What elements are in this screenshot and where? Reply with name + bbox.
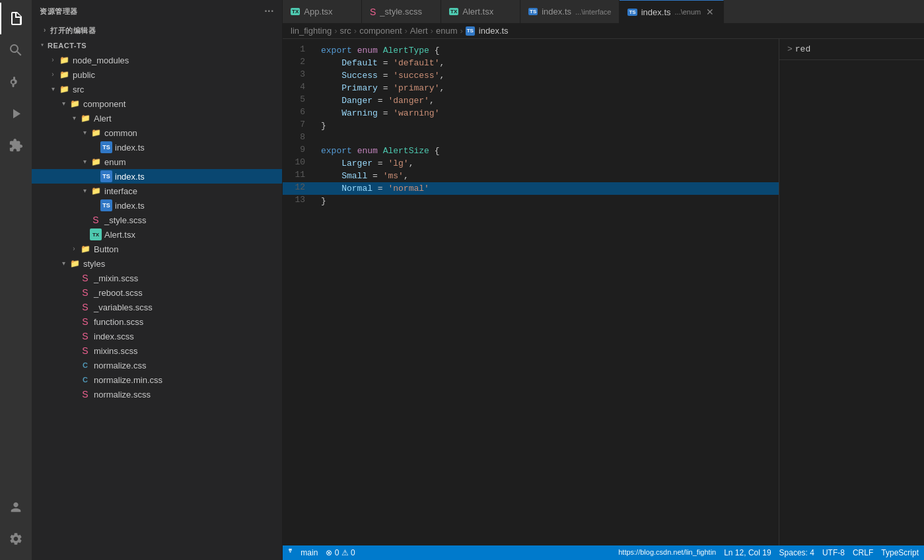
sidebar-header: 资源管理器 ··· (32, 0, 282, 22)
line-content-13: } (316, 195, 779, 207)
sidebar-item-alert[interactable]: 📁 Alert (32, 111, 282, 125)
line-content-7: } (316, 120, 779, 132)
scss-icon-mixin: S (79, 272, 91, 284)
line-num-9: 9 (283, 145, 316, 157)
sidebar-item-common-index[interactable]: TS index.ts (32, 140, 282, 155)
tab-close-enum[interactable]: ✕ (705, 7, 715, 17)
opened-editors-section[interactable]: 打开的编辑器 (32, 22, 282, 38)
debug-icon[interactable] (0, 98, 32, 129)
breadcrumb-sep-0: › (334, 26, 337, 36)
status-line-ending[interactable]: CRLF (853, 548, 873, 557)
label-common-index: index.ts (115, 143, 282, 153)
sidebar-item-public[interactable]: 📁 public (32, 67, 282, 82)
chevron-component (58, 98, 69, 109)
status-git-branch[interactable]: main (288, 548, 318, 558)
sidebar-item-interface-index[interactable]: TS index.ts (32, 198, 282, 213)
sidebar-item-src[interactable]: 📁 src (32, 82, 282, 96)
label-alert-tsx: Alert.tsx (104, 230, 282, 240)
tab-style-scss[interactable]: S _style.scss (362, 0, 441, 23)
tab-subtitle-enum: ...\enum (675, 8, 701, 16)
source-control-icon[interactable] (0, 66, 32, 98)
status-language[interactable]: TypeScript (881, 548, 919, 557)
accounts-icon[interactable] (0, 491, 32, 523)
breadcrumb-item-1[interactable]: src (340, 26, 351, 36)
scss-icon-style: S (90, 214, 102, 226)
sidebar-item-node_modules[interactable]: 📁 node_modules (32, 53, 282, 67)
status-position[interactable]: Ln 12, Col 19 (724, 548, 771, 557)
sidebar-item-alert-tsx[interactable]: TX Alert.tsx (32, 227, 282, 242)
css-icon-normalize: C (79, 359, 91, 371)
tab-label-enum: index.ts (641, 7, 671, 17)
tab-label-alert: Alert.tsx (462, 7, 493, 17)
breadcrumb-item-3[interactable]: Alert (410, 26, 428, 36)
status-errors[interactable]: ⊗ 0 ⚠ 0 (326, 548, 355, 557)
line-num-13: 13 (283, 195, 316, 207)
sidebar-item-normalize-min-css[interactable]: C normalize.min.css (32, 372, 282, 387)
code-line-1: 1 export enum AlertType { (283, 44, 779, 57)
sidebar-item-style-scss[interactable]: S _style.scss (32, 213, 282, 227)
sidebar-item-index-scss[interactable]: S index.scss (32, 329, 282, 343)
code-line-11: 11 Small = 'ms', (283, 170, 779, 182)
sidebar-item-enum[interactable]: 📁 enum (32, 155, 282, 169)
sidebar-item-styles[interactable]: 📁 styles (32, 256, 282, 271)
sidebar-item-normalize-css[interactable]: C normalize.css (32, 358, 282, 372)
chevron-enum (79, 157, 90, 167)
sidebar-item-mixin[interactable]: S _mixin.scss (32, 271, 282, 285)
breadcrumb: lin_fighting › src › component › Alert ›… (283, 23, 924, 39)
label-normalize-css: normalize.css (94, 361, 282, 370)
label-normalize-min-css: normalize.min.css (94, 375, 282, 385)
folder-icon-enum: 📁 (90, 156, 102, 168)
folder-icon-alert: 📁 (79, 112, 91, 124)
line-content-10: Larger = 'lg', (316, 157, 779, 170)
scss-tab-icon-style: S (370, 7, 376, 17)
label-node_modules: node_modules (73, 55, 282, 65)
chevron-src (48, 84, 58, 94)
breadcrumb-ts-icon: TS (466, 26, 475, 36)
breadcrumb-item-5[interactable]: index.ts (479, 26, 509, 36)
code-line-6: 6 Warning = 'warning' (283, 107, 779, 120)
tab-index-enum[interactable]: TS index.ts ...\enum ✕ (620, 0, 724, 23)
status-encoding[interactable]: UTF-8 (822, 548, 845, 557)
sidebar-item-component[interactable]: 📁 component (32, 96, 282, 111)
breadcrumb-sep-4: › (460, 26, 462, 36)
label-component: component (83, 99, 282, 109)
tab-app-tsx[interactable]: TX App.tsx (283, 0, 362, 23)
extensions-icon[interactable] (0, 129, 32, 161)
scss-icon-reboot: S (79, 287, 91, 298)
tabs-bar: TX App.tsx S _style.scss TX Alert.tsx TS… (283, 0, 924, 23)
sidebar-item-common[interactable]: 📁 common (32, 125, 282, 140)
sidebar-more-button[interactable]: ··· (264, 5, 274, 17)
sidebar-item-enum-index[interactable]: TS index.ts (32, 169, 282, 184)
breadcrumb-item-4[interactable]: enum (436, 26, 458, 36)
sidebar-item-button[interactable]: 📁 Button (32, 242, 282, 256)
files-icon[interactable] (0, 3, 32, 34)
sidebar: 资源管理器 ··· 打开的编辑器 REACT-TS 📁 node_modules… (32, 0, 283, 560)
sidebar-item-interface[interactable]: 📁 interface (32, 184, 282, 198)
sidebar-item-reboot[interactable]: S _reboot.scss (32, 285, 282, 300)
scss-icon-normalize: S (79, 388, 91, 400)
search-icon[interactable] (0, 34, 32, 66)
breadcrumb-sep-3: › (431, 26, 433, 36)
sidebar-item-mixins[interactable]: S mixins.scss (32, 343, 282, 358)
tsx-tab-icon-app: TX (291, 8, 300, 15)
status-spaces[interactable]: Spaces: 4 (779, 548, 814, 557)
sidebar-item-variables[interactable]: S _variables.scss (32, 300, 282, 314)
chevron-public (48, 69, 58, 80)
chevron-button (69, 244, 79, 254)
scss-icon-index: S (79, 330, 91, 342)
tab-alert-tsx[interactable]: TX Alert.tsx (441, 0, 520, 23)
tab-label-interface: index.ts (542, 7, 571, 17)
explorer-root-label: REACT-TS (48, 42, 87, 50)
breadcrumb-item-0[interactable]: lin_fighting (291, 26, 332, 36)
sidebar-item-normalize-scss[interactable]: S normalize.scss (32, 387, 282, 402)
breadcrumb-item-2[interactable]: component (359, 26, 402, 36)
explorer-root[interactable]: REACT-TS (32, 38, 282, 53)
settings-icon[interactable] (0, 523, 32, 555)
label-interface-index: index.ts (115, 201, 282, 211)
sidebar-item-function[interactable]: S function.scss (32, 314, 282, 329)
breadcrumb-sep-2: › (405, 26, 408, 36)
folder-icon-component: 📁 (69, 98, 81, 110)
explorer-chevron (37, 40, 48, 51)
tab-index-interface[interactable]: TS index.ts ...\interface (520, 0, 620, 23)
code-editor[interactable]: 1 export enum AlertType { 2 Default = 'd… (283, 39, 779, 545)
